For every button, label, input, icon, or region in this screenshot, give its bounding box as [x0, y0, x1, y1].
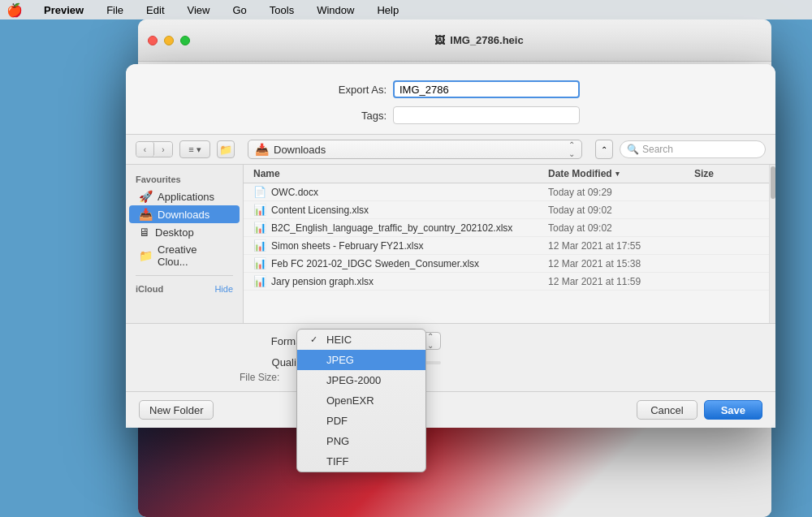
col-date-header[interactable]: Date Modified ▾ — [548, 168, 694, 179]
menubar-view[interactable]: View — [183, 2, 215, 18]
desktop-icon: 🖥 — [139, 226, 150, 239]
dropdown-chevron-icon: ⌃⌄ — [568, 140, 575, 158]
sidebar-divider — [136, 275, 233, 276]
table-row: 📊 Content Licensing.xlsx Today at 09:02 — [244, 201, 769, 219]
menubar: 🍎 Preview File Edit View Go Tools Window… — [0, 0, 812, 19]
browser-content: Favourites 🚀 Applications 📥 Downloads 🖥 … — [126, 165, 775, 323]
file-date: 12 Mar 2021 at 17:55 — [548, 240, 694, 252]
menubar-tools[interactable]: Tools — [265, 2, 299, 18]
file-type-icon: 📄 — [253, 186, 266, 198]
dropdown-item-tiff[interactable]: TIFF — [297, 451, 425, 472]
file-type-icon: 📊 — [253, 239, 266, 252]
dialog-footer: New Folder Cancel Save — [126, 391, 775, 428]
dropdown-label: TIFF — [326, 455, 348, 467]
file-size-label: File Size: — [240, 372, 279, 383]
icloud-label: iCloud — [136, 284, 163, 294]
quality-row: Quality — [142, 356, 759, 368]
forward-btn[interactable]: › — [154, 142, 172, 157]
format-chevron-icon: ⌃⌄ — [427, 332, 434, 350]
dropdown-label: JPEG — [326, 354, 354, 366]
applications-icon: 🚀 — [139, 190, 153, 203]
tags-input[interactable] — [393, 106, 580, 124]
new-folder-button[interactable]: New Folder — [139, 400, 214, 420]
sidebar-section-favourites: Favourites — [126, 171, 243, 187]
new-folder-icon-btn[interactable]: 📁 — [217, 140, 235, 158]
location-dropdown[interactable]: 📥 Downloads ⌃⌄ — [248, 140, 582, 159]
save-button[interactable]: Save — [704, 400, 762, 420]
file-name: Content Licensing.xlsx — [271, 205, 548, 216]
dropdown-item-openexr[interactable]: OpenEXR — [297, 390, 425, 411]
quality-label: Quality — [240, 356, 304, 368]
back-btn[interactable]: ‹ — [136, 142, 154, 157]
col-name-header: Name — [253, 168, 548, 179]
sidebar-item-applications[interactable]: 🚀 Applications — [129, 187, 240, 205]
dropdown-label: PDF — [326, 415, 348, 427]
back-forward-group[interactable]: ‹ › — [136, 141, 173, 157]
file-date: Today at 09:29 — [548, 187, 694, 198]
search-icon: 🔍 — [627, 144, 639, 155]
table-row: 📄 OWC.docx Today at 09:29 — [244, 183, 769, 201]
file-type-icon: 📊 — [253, 257, 266, 269]
cancel-button[interactable]: Cancel — [637, 400, 697, 420]
sidebar-item-desktop[interactable]: 🖥 Desktop — [129, 223, 240, 241]
sidebar-item-creative-cloud[interactable]: 📁 Creative Clou... — [129, 241, 240, 270]
file-date: Today at 09:02 — [548, 222, 694, 234]
location-label: Downloads — [274, 144, 326, 156]
menubar-go[interactable]: Go — [227, 2, 251, 18]
table-row: 📊 B2C_English_language_traffic_by_countr… — [244, 219, 769, 237]
file-type-icon: 📊 — [253, 204, 266, 216]
file-list-header: Name Date Modified ▾ Size — [244, 165, 769, 183]
expand-collapse-btn[interactable]: ⌃ — [595, 140, 613, 159]
sidebar-item-creative-cloud-label: Creative Clou... — [158, 243, 230, 268]
file-list: Name Date Modified ▾ Size 📄 OWC.docx Tod… — [244, 165, 769, 323]
dropdown-item-jpeg[interactable]: JPEG — [297, 350, 425, 370]
menubar-edit[interactable]: Edit — [141, 2, 169, 18]
table-row: 📊 Feb FC 2021-02_IDGC Sweden_Consumer.xl… — [244, 255, 769, 273]
file-browser: ‹ › ≡ ▾ 📁 📥 Downloads ⌃⌄ ⌃ 🔍 Search — [126, 134, 775, 428]
dropdown-item-png[interactable]: PNG — [297, 431, 425, 451]
footer-right: Cancel Save — [637, 400, 762, 420]
apple-menu[interactable]: 🍎 — [6, 2, 23, 18]
file-date: Today at 09:02 — [548, 205, 694, 216]
format-label: Format — [240, 335, 304, 347]
dialog-header: Export As: Tags: — [126, 64, 775, 134]
checkmark-icon: ✓ — [310, 334, 320, 345]
export-as-label: Export As: — [322, 84, 387, 96]
file-name: Simon sheets - February FY21.xlsx — [271, 240, 548, 252]
browser-toolbar: ‹ › ≡ ▾ 📁 📥 Downloads ⌃⌄ ⌃ 🔍 Search — [126, 135, 775, 165]
export-as-input[interactable] — [393, 80, 580, 98]
export-as-row: Export As: — [142, 80, 759, 98]
file-date: 12 Mar 2021 at 11:59 — [548, 276, 694, 287]
hide-link[interactable]: Hide — [214, 284, 233, 294]
scrollbar-thumb[interactable] — [771, 166, 775, 199]
file-type-icon: 📊 — [253, 275, 266, 287]
creative-cloud-icon: 📁 — [139, 249, 153, 262]
sidebar: Favourites 🚀 Applications 📥 Downloads 🖥 … — [126, 165, 244, 323]
menubar-window[interactable]: Window — [312, 2, 359, 18]
dropdown-item-heic[interactable]: ✓ HEIC — [297, 330, 425, 350]
file-name: Feb FC 2021-02_IDGC Sweden_Consumer.xlsx — [271, 258, 548, 269]
dropdown-label: PNG — [326, 435, 349, 447]
menubar-preview[interactable]: Preview — [39, 2, 89, 18]
format-dropdown-menu: ✓ HEIC JPEG JPEG-2000 OpenEXR — [296, 329, 426, 472]
sidebar-item-desktop-label: Desktop — [155, 226, 194, 239]
save-dialog: Export As: Tags: ‹ › ≡ ▾ 📁 📥 Downloads — [126, 64, 775, 428]
downloads-icon: 📥 — [139, 208, 153, 221]
file-name: Jary pension graph.xlsx — [271, 276, 548, 287]
file-name: B2C_English_language_traffic_by_country_… — [271, 222, 548, 234]
view-options-btn[interactable]: ≡ ▾ — [179, 140, 210, 158]
format-quality-area: Format HEIC ⌃⌄ Quality File Size: — [126, 323, 775, 391]
dropdown-item-pdf[interactable]: PDF — [297, 411, 425, 431]
menubar-file[interactable]: File — [102, 2, 128, 18]
sidebar-item-downloads[interactable]: 📥 Downloads — [129, 205, 240, 223]
sidebar-item-downloads-label: Downloads — [158, 209, 209, 221]
browser-search-bar[interactable]: 🔍 Search — [620, 140, 766, 158]
dropdown-item-jpeg2000[interactable]: JPEG-2000 — [297, 370, 425, 390]
file-name: OWC.docx — [271, 187, 548, 198]
col-size-header: Size — [694, 168, 759, 179]
file-type-icon: 📊 — [253, 222, 266, 234]
table-row: 📊 Simon sheets - February FY21.xlsx 12 M… — [244, 237, 769, 255]
dropdown-label: HEIC — [326, 334, 352, 346]
scrollbar[interactable] — [769, 165, 775, 323]
menubar-help[interactable]: Help — [372, 2, 404, 18]
